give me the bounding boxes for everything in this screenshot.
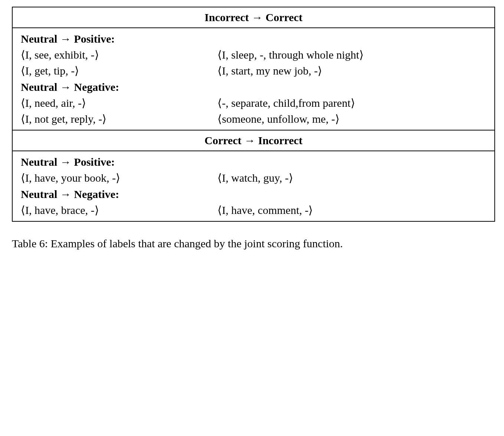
header-row-2: Correct → Incorrect <box>12 130 495 151</box>
sec2-subheader-negative: Neutral → Negative: <box>21 186 487 202</box>
tuple-cell: ⟨I, see, exhibit, -⟩ <box>21 48 217 61</box>
table-row: ⟨I, have, your book, -⟩ ⟨I, watch, guy, … <box>21 170 487 186</box>
tuple-cell: ⟨I, have, your book, -⟩ <box>21 171 217 184</box>
table-caption: Table 6: Examples of labels that are cha… <box>0 222 504 251</box>
tuple-cell: ⟨I, watch, guy, -⟩ <box>217 171 487 184</box>
table-container: Incorrect → Correct Neutral → Positive: … <box>0 0 504 222</box>
header-incorrect-to-correct: Incorrect → Correct <box>12 7 495 28</box>
table-row: ⟨I, get, tip, -⟩ ⟨I, start, my new job, … <box>21 63 487 79</box>
tuple-cell: ⟨I, sleep, -, through whole night⟩ <box>217 48 487 61</box>
sec1-subheader-positive: Neutral → Positive: <box>21 30 487 47</box>
section-2: Neutral → Positive: ⟨I, have, your book,… <box>12 151 495 221</box>
tuple-cell: ⟨I, get, tip, -⟩ <box>21 64 217 77</box>
header-row-1: Incorrect → Correct <box>12 7 495 28</box>
tuple-cell: ⟨-, separate, child,from parent⟩ <box>217 96 487 109</box>
table-row: ⟨I, see, exhibit, -⟩ ⟨I, sleep, -, throu… <box>21 47 487 63</box>
tuple-cell: ⟨I, start, my new job, -⟩ <box>217 64 487 77</box>
table-row: ⟨I, need, air, -⟩ ⟨-, separate, child,fr… <box>21 95 487 111</box>
table: Incorrect → Correct Neutral → Positive: … <box>12 7 495 222</box>
sec2-subheader-positive: Neutral → Positive: <box>21 153 487 170</box>
tuple-cell: ⟨I, have, brace, -⟩ <box>21 204 217 217</box>
tuple-cell: ⟨I, not get, reply, -⟩ <box>21 112 217 125</box>
section-1: Neutral → Positive: ⟨I, see, exhibit, -⟩… <box>12 28 495 130</box>
sec1-subheader-negative: Neutral → Negative: <box>21 79 487 95</box>
tuple-cell: ⟨I, have, comment, -⟩ <box>217 204 487 217</box>
header-correct-to-incorrect: Correct → Incorrect <box>12 130 495 151</box>
tuple-cell: ⟨I, need, air, -⟩ <box>21 96 217 109</box>
table-row: ⟨I, have, brace, -⟩ ⟨I, have, comment, -… <box>21 202 487 218</box>
tuple-cell: ⟨someone, unfollow, me, -⟩ <box>217 112 487 125</box>
table-row: ⟨I, not get, reply, -⟩ ⟨someone, unfollo… <box>21 111 487 127</box>
